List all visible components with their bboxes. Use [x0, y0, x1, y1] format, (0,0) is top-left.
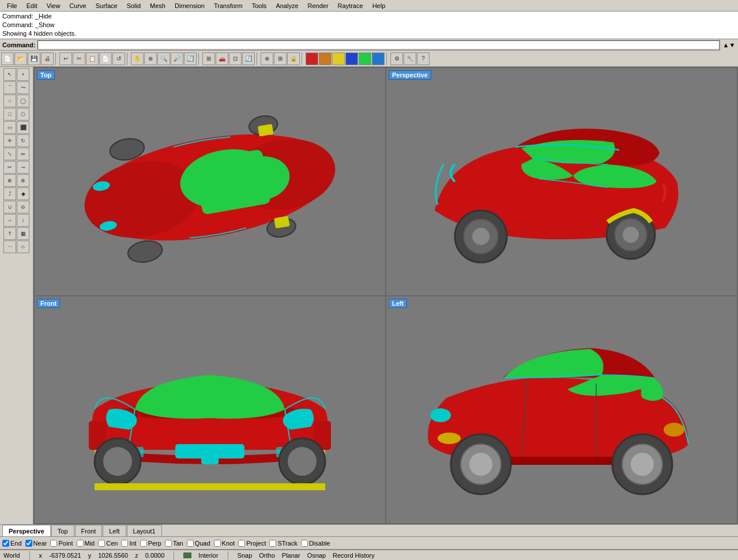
tb-help[interactable]: ?: [417, 52, 430, 65]
menu-mesh[interactable]: Mesh: [145, 2, 170, 9]
tb-viewport-config[interactable]: ⊞: [202, 52, 215, 65]
tb-shading[interactable]: 🚗: [216, 52, 228, 65]
tb-cut[interactable]: ✂: [73, 52, 85, 65]
tb-new[interactable]: 📄: [1, 52, 14, 65]
tb-settings[interactable]: ⚙: [390, 52, 403, 65]
lt-polygon[interactable]: ⬡: [17, 108, 29, 121]
lt-dim2[interactable]: ↕: [17, 214, 29, 227]
tb-color6[interactable]: [372, 52, 385, 65]
lt-hatch[interactable]: ▦: [17, 227, 29, 240]
tb-undo[interactable]: ↩: [59, 52, 72, 65]
tb-snap[interactable]: ⊕: [261, 52, 273, 65]
tb-render[interactable]: 🔄: [242, 52, 255, 65]
tb-print[interactable]: 🖨: [41, 52, 54, 65]
snap-status[interactable]: Snap: [238, 552, 253, 559]
lt-solid[interactable]: ◆: [17, 187, 29, 200]
osnap-status[interactable]: Osnap: [307, 552, 326, 559]
lt-surface2[interactable]: ⬛: [17, 121, 29, 134]
lt-select-arrow[interactable]: ↖: [3, 68, 16, 81]
tb-copy[interactable]: 📋: [86, 52, 99, 65]
snap-tan-checkbox[interactable]: [165, 540, 172, 547]
menu-raytrace[interactable]: Raytrace: [333, 2, 368, 9]
lt-circle[interactable]: ○: [3, 95, 16, 107]
record-history-status[interactable]: Record History: [333, 552, 375, 559]
tb-zoom-extent[interactable]: ⊕: [144, 52, 157, 65]
menu-transform[interactable]: Transform: [209, 2, 247, 9]
menu-curve[interactable]: Curve: [65, 2, 91, 9]
menu-surface[interactable]: Surface: [91, 2, 122, 9]
tb-grid[interactable]: ⊞: [274, 52, 287, 65]
tb-zoom-in[interactable]: 🔍: [157, 52, 170, 65]
tb-zoom-out[interactable]: 🔎: [171, 52, 183, 65]
lt-rect[interactable]: □: [3, 108, 16, 121]
menu-tools[interactable]: Tools: [247, 2, 272, 9]
snap-int-checkbox[interactable]: [121, 540, 128, 547]
snap-cen-checkbox[interactable]: [98, 540, 105, 547]
menu-analyze[interactable]: Analyze: [271, 2, 303, 9]
tb-open[interactable]: 📂: [14, 52, 27, 65]
tb-rotate[interactable]: 🔄: [184, 52, 197, 65]
lt-scale[interactable]: ⤡: [3, 148, 16, 160]
lt-extrude[interactable]: ⤴: [3, 187, 16, 200]
snap-end-checkbox[interactable]: [2, 540, 9, 547]
lt-surface1[interactable]: ▭: [3, 121, 16, 134]
snap-knot-checkbox[interactable]: [214, 540, 221, 547]
lt-move[interactable]: ✛: [3, 134, 16, 147]
lt-text[interactable]: T: [3, 227, 16, 240]
lt-ellipse[interactable]: ◯: [17, 95, 29, 107]
tb-pan[interactable]: ✋: [131, 52, 144, 65]
tb-paste[interactable]: 📄: [99, 52, 112, 65]
snap-perp-checkbox[interactable]: [140, 540, 147, 547]
command-scroll[interactable]: ▲▼: [720, 39, 738, 51]
tab-perspective[interactable]: Perspective: [2, 525, 51, 536]
snap-point-checkbox[interactable]: [50, 540, 57, 547]
tab-top[interactable]: Top: [51, 525, 74, 536]
command-input[interactable]: [37, 40, 720, 50]
menu-render[interactable]: Render: [303, 2, 333, 9]
snap-disable-checkbox[interactable]: [301, 540, 308, 547]
tb-wireframe[interactable]: ⊡: [229, 52, 242, 65]
lt-split[interactable]: ⊸: [17, 161, 29, 174]
viewport-perspective[interactable]: Perspective: [386, 68, 737, 295]
lt-boolean-union[interactable]: ∪: [3, 201, 16, 213]
tb-color3[interactable]: [332, 52, 345, 65]
snap-near-checkbox[interactable]: [25, 540, 32, 547]
lt-curve-freehand[interactable]: 〜: [17, 81, 29, 94]
tb-wrench[interactable]: 🔧: [404, 52, 416, 65]
lt-boolean-diff[interactable]: ⊖: [17, 201, 29, 213]
tab-front[interactable]: Front: [75, 525, 103, 536]
viewport-top[interactable]: Top: [35, 68, 385, 295]
menu-edit[interactable]: Edit: [22, 2, 42, 9]
menu-view[interactable]: View: [42, 2, 65, 9]
tb-color1[interactable]: [306, 52, 318, 65]
tab-left[interactable]: Left: [103, 525, 126, 536]
lt-mesh-edit[interactable]: ⊹: [17, 240, 29, 253]
snap-mid-checkbox[interactable]: [77, 540, 84, 547]
lt-explode[interactable]: ⊗: [17, 174, 29, 187]
tb-color5[interactable]: [359, 52, 371, 65]
tb-redo[interactable]: ↺: [112, 52, 125, 65]
viewport-front[interactable]: Front: [35, 296, 385, 524]
tb-lock[interactable]: 🔒: [287, 52, 300, 65]
lt-dim1[interactable]: ↔: [3, 214, 16, 227]
lt-curve-arc[interactable]: ⌒: [3, 81, 16, 94]
planar-status[interactable]: Planar: [282, 552, 300, 559]
lt-select-point[interactable]: •: [17, 68, 29, 81]
lt-point-cloud[interactable]: ⋯: [3, 240, 16, 253]
lt-join[interactable]: ⊕: [3, 174, 16, 187]
tb-color4[interactable]: [345, 52, 358, 65]
lt-trim[interactable]: ✂: [3, 161, 16, 174]
viewport-left[interactable]: Left: [386, 296, 737, 524]
snap-project-checkbox[interactable]: [238, 540, 245, 547]
menu-help[interactable]: Help: [368, 2, 390, 9]
menu-file[interactable]: File: [2, 2, 22, 9]
ortho-status[interactable]: Ortho: [259, 552, 275, 559]
tb-save[interactable]: 💾: [28, 52, 40, 65]
snap-quad-checkbox[interactable]: [187, 540, 194, 547]
tab-layout1[interactable]: Layout1: [127, 525, 162, 536]
snap-strack-checkbox[interactable]: [269, 540, 276, 547]
menu-solid[interactable]: Solid: [122, 2, 145, 9]
lt-mirror[interactable]: ⇔: [17, 148, 29, 160]
tb-color2[interactable]: [319, 52, 332, 65]
menu-dimension[interactable]: Dimension: [170, 2, 209, 9]
